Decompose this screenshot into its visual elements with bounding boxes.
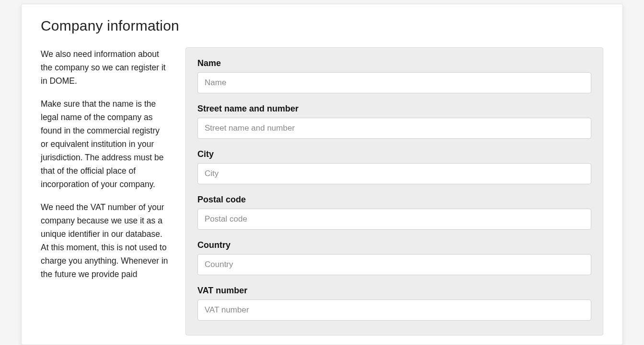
label-city: City: [197, 149, 591, 159]
form-group-postal: Postal code: [197, 195, 591, 230]
label-vat: VAT number: [197, 286, 591, 296]
input-vat[interactable]: [197, 300, 591, 321]
form-group-vat: VAT number: [197, 286, 591, 321]
company-form-panel: Name Street name and number City Postal …: [185, 47, 603, 335]
description-sidebar: We also need information about the compa…: [41, 47, 168, 335]
label-name: Name: [197, 58, 591, 68]
input-city[interactable]: [197, 163, 591, 184]
sidebar-paragraph-1: We also need information about the compa…: [41, 47, 168, 88]
company-info-card: Company information We also need informa…: [21, 4, 623, 345]
input-street[interactable]: [197, 118, 591, 139]
content-row: We also need information about the compa…: [41, 47, 603, 335]
form-group-country: Country: [197, 240, 591, 275]
label-country: Country: [197, 240, 591, 250]
page-title: Company information: [41, 18, 603, 34]
input-name[interactable]: [197, 72, 591, 93]
input-postal[interactable]: [197, 209, 591, 230]
form-group-name: Name: [197, 58, 591, 93]
sidebar-paragraph-2: Make sure that the name is the legal nam…: [41, 97, 168, 191]
sidebar-paragraph-3: We need the VAT number of your company b…: [41, 200, 168, 281]
form-group-city: City: [197, 149, 591, 184]
label-postal: Postal code: [197, 195, 591, 205]
label-street: Street name and number: [197, 104, 591, 114]
form-group-street: Street name and number: [197, 104, 591, 139]
input-country[interactable]: [197, 254, 591, 275]
